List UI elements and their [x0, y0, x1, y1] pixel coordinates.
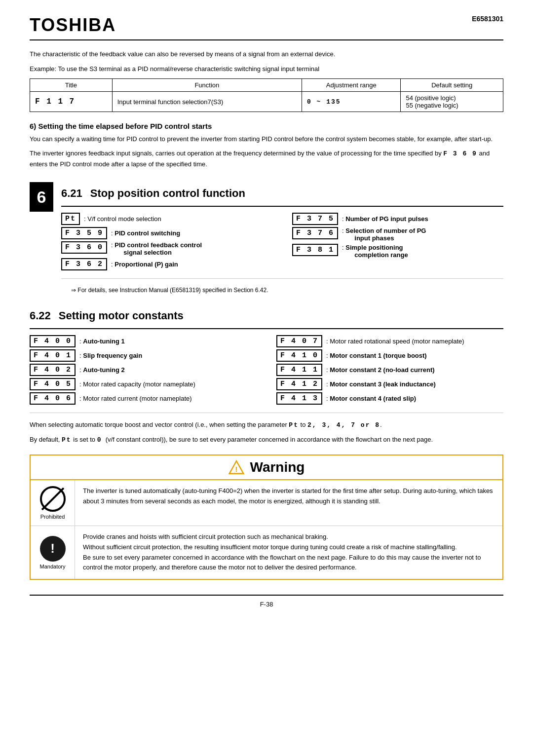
- label-f362: : Proportional (P) gain: [111, 261, 178, 268]
- code-f362: F 3 6 2: [61, 258, 107, 270]
- intro-line1: The characteristic of the feedback value…: [30, 49, 503, 59]
- section622-heading: 6.22 Setting motor constants: [30, 309, 503, 322]
- label-f402: : Auto-tuning 2: [79, 366, 125, 374]
- pt-code2: Pt: [62, 436, 72, 444]
- warning-header: ! Warning: [31, 455, 502, 480]
- mandatory-icon: !: [40, 536, 66, 562]
- code-f410: F 4 1 0: [276, 349, 322, 362]
- code-f360: F 3 6 0: [61, 241, 107, 254]
- code-f407: F 4 0 7: [276, 335, 322, 347]
- code-f402: F 4 0 2: [30, 364, 76, 376]
- prohibited-icon: [40, 486, 66, 512]
- label-f381: : Simple positioning completion range: [342, 244, 408, 259]
- code-f400: F 4 0 0: [30, 335, 76, 347]
- feature-f359: F 3 5 9 : PID control switching: [61, 227, 272, 239]
- code-f405: F 4 0 5: [30, 378, 76, 390]
- feature-f407: F 4 0 7 : Motor rated rotational speed (…: [276, 335, 503, 347]
- feature-f412: F 4 1 2 : Motor constant 3 (leak inducta…: [276, 378, 503, 390]
- section6-text2: The inverter ignores feedback input sign…: [30, 149, 503, 170]
- label-f413: : Motor constant 4 (rated slip): [326, 395, 416, 402]
- prohibited-text: The inverter is tuned automatically (aut…: [75, 480, 502, 526]
- label-f412: : Motor constant 3 (leak inductance): [326, 380, 436, 388]
- col-default: Default setting: [401, 79, 503, 92]
- default-line2: 55 (negative logic): [406, 102, 498, 109]
- feature-f375: F 3 7 5 : Number of PG input pulses: [292, 213, 503, 225]
- mandatory-label: Mandatory: [40, 564, 66, 569]
- section622-body1: When selecting automatic torque boost an…: [30, 420, 503, 431]
- section-sidebar: 6: [30, 182, 53, 212]
- toshiba-logo: TOSHIBA: [30, 15, 116, 36]
- mandatory-text: Provide cranes and hoists with sufficien…: [75, 526, 502, 579]
- page-footer: F-38: [30, 595, 503, 608]
- code-f381: F 3 8 1: [292, 244, 338, 256]
- feature-f362: F 3 6 2 : Proportional (P) gain: [61, 258, 272, 270]
- section621-content: 6.21 Stop position control function Pt :…: [61, 177, 503, 300]
- features-right: F 3 7 5 : Number of PG input pulses F 3 …: [292, 213, 503, 272]
- table-default: 54 (positive logic) 55 (negative logic): [401, 92, 503, 112]
- label-f405: : Motor rated capacity (motor nameplate): [79, 380, 195, 388]
- prohibited-label: Prohibited: [40, 514, 65, 520]
- section622-number: 6.22: [30, 309, 51, 322]
- svg-text:!: !: [235, 465, 237, 473]
- warning-box: ! Warning Prohibited The inverter is tun…: [30, 454, 503, 580]
- doc-number: E6581301: [472, 15, 503, 23]
- section622-body2: By default, Pt is set to 0 (v/f constant…: [30, 435, 503, 446]
- feature-f411: F 4 1 1 : Motor constant 2 (no-load curr…: [276, 364, 503, 376]
- feature-f376: F 3 7 6 : Selection of number of PG inpu…: [292, 227, 503, 242]
- section621-wrapper: 6 6.21 Stop position control function Pt…: [30, 177, 503, 300]
- table-range: 0 ~ 135: [302, 92, 401, 112]
- feature-f413: F 4 1 3 : Motor constant 4 (rated slip): [276, 392, 503, 405]
- section6-title: 6) Setting the time elapsed before PID c…: [30, 122, 503, 130]
- code-f376: F 3 7 6: [292, 227, 338, 239]
- features622-two-col: F 4 0 0 : Auto-tuning 1 F 4 0 1 : Slip f…: [30, 335, 503, 407]
- feature-f402: F 4 0 2 : Auto-tuning 2: [30, 364, 257, 376]
- warning-triangle-icon: !: [228, 459, 244, 475]
- code-f375: F 3 7 5: [292, 213, 338, 225]
- section622-features: F 4 0 0 : Auto-tuning 1 F 4 0 1 : Slip f…: [30, 328, 503, 413]
- feature-pt: Pt : V/f control mode selection: [61, 213, 272, 225]
- prohibited-symbol: Prohibited: [31, 480, 75, 526]
- label-f376: : Selection of number of PG input phases: [342, 227, 426, 242]
- label-f407: : Motor rated rotational speed (motor na…: [326, 338, 464, 345]
- col-title: Title: [30, 79, 113, 92]
- section622-wrapper: 6.22 Setting motor constants F 4 0 0 : A…: [30, 309, 503, 580]
- label-f400: : Auto-tuning 1: [79, 338, 125, 345]
- label-f360: : PID control feedback control signal se…: [111, 241, 202, 256]
- col-adjustment: Adjustment range: [302, 79, 401, 92]
- code-pt: Pt: [61, 213, 80, 225]
- intro-line2: Example: To use the S3 terminal as a PID…: [30, 64, 503, 74]
- code-f406: F 4 0 6: [30, 392, 76, 405]
- mandatory-symbol: ! Mandatory: [31, 526, 75, 579]
- label-f401: : Slip frequency gain: [79, 352, 142, 359]
- section622-title: Setting motor constants: [59, 309, 184, 322]
- code-f412: F 4 1 2: [276, 378, 322, 390]
- label-f375: : Number of PG input pulses: [342, 215, 428, 223]
- f369-code: F 3 6 9: [443, 150, 477, 157]
- label-f410: : Motor constant 1 (torque boost): [326, 352, 427, 359]
- feature-f360: F 3 6 0 : PID control feedback control s…: [61, 241, 272, 256]
- code-f413: F 4 1 3: [276, 392, 322, 405]
- features622-right: F 4 0 7 : Motor rated rotational speed (…: [276, 335, 503, 407]
- label-f406: : Motor rated current (motor nameplate): [79, 395, 192, 402]
- pt-code: Pt: [289, 421, 299, 429]
- feature-f405: F 4 0 5 : Motor rated capacity (motor na…: [30, 378, 257, 390]
- label-pt: : V/f control mode selection: [84, 215, 161, 223]
- features-two-col: Pt : V/f control mode selection F 3 5 9 …: [61, 213, 503, 272]
- section621-title: Stop position control function: [90, 187, 245, 200]
- section621-note: ⇒ For details, see Instruction Manual (E…: [61, 286, 503, 295]
- feature-f381: F 3 8 1 : Simple positioning completion …: [292, 244, 503, 259]
- page-header: TOSHIBA E6581301: [30, 15, 503, 40]
- section621-features: Pt : V/f control mode selection F 3 5 9 …: [61, 206, 503, 279]
- feature-f410: F 4 1 0 : Motor constant 1 (torque boost…: [276, 349, 503, 362]
- default-line1: 54 (positive logic): [406, 94, 498, 102]
- params-table: Title Function Adjustment range Default …: [30, 78, 503, 112]
- features-left: Pt : V/f control mode selection F 3 5 9 …: [61, 213, 272, 272]
- warning-mandatory-row: ! Mandatory Provide cranes and hoists wi…: [31, 526, 502, 579]
- feature-f406: F 4 0 6 : Motor rated current (motor nam…: [30, 392, 257, 405]
- features622-left: F 4 0 0 : Auto-tuning 1 F 4 0 1 : Slip f…: [30, 335, 257, 407]
- col-function: Function: [112, 79, 302, 92]
- feature-f401: F 4 0 1 : Slip frequency gain: [30, 349, 257, 362]
- section621-number: 6.21: [61, 187, 82, 200]
- page-number: F-38: [260, 601, 273, 608]
- code-f359: F 3 5 9: [61, 227, 107, 239]
